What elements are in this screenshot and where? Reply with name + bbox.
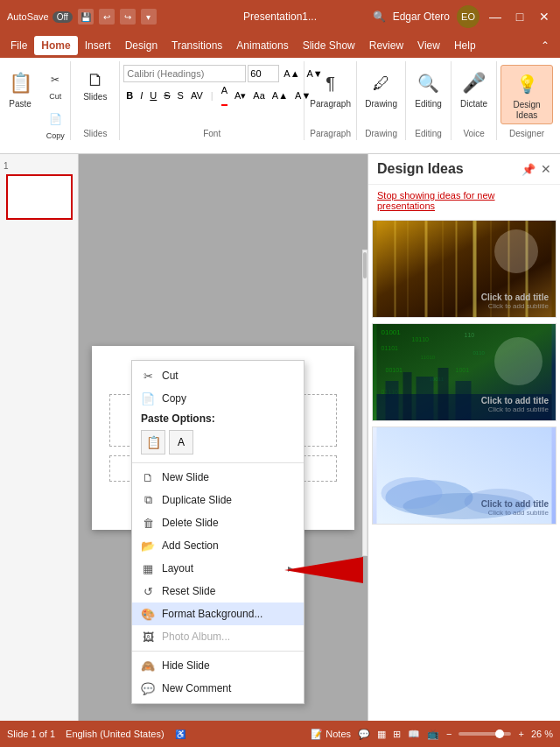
design-panel-pin[interactable]: 📌 [522, 163, 536, 176]
zoom-percent[interactable]: 26 % [531, 729, 553, 739]
zoom-minus[interactable]: − [446, 729, 452, 739]
bold-btn[interactable]: B [123, 89, 136, 102]
view-slide-btn[interactable]: ⊞ [393, 729, 401, 740]
filename-label: Presentation1... [189, 11, 371, 23]
design-card-2[interactable]: 01001 10110 01101 11010 00101 10011 0111… [372, 323, 556, 421]
reset-icon: ↺ [141, 584, 155, 598]
status-left: Slide 1 of 1 English (United States) ♿ [7, 729, 186, 739]
view-normal-btn[interactable]: ▦ [377, 729, 386, 740]
shadow-btn[interactable]: S [175, 89, 186, 102]
context-format-background[interactable]: 🎨 Format Background... [132, 603, 304, 625]
font-label: Font [203, 129, 220, 140]
drawing-button[interactable]: 🖊 Drawing [361, 65, 401, 111]
dictate-button[interactable]: 🎤 Dictate [457, 65, 492, 111]
design-panel-scrollbar[interactable] [362, 250, 368, 556]
fontcolor-btn[interactable]: A [219, 84, 230, 107]
paragraph-button[interactable]: ¶ Paragraph [306, 65, 354, 111]
underline-btn[interactable]: U [147, 89, 159, 102]
svg-rect-2 [395, 221, 396, 317]
redo-icon[interactable]: ↪ [120, 9, 136, 25]
font-size-input[interactable] [248, 65, 279, 82]
context-delete-slide[interactable]: 🗑 Delete Slide [132, 511, 304, 534]
menu-bar: File Home Insert Design Transitions Anim… [0, 33, 560, 58]
context-photo-album[interactable]: 🖼 Photo Album... [132, 625, 304, 648]
autosave-toggle[interactable]: Off [52, 11, 73, 23]
ribbon: 📋 Paste ✂ Cut 📄 Copy 🖌 [0, 58, 560, 154]
arrow-indicator [258, 553, 363, 590]
voice-label: Voice [463, 129, 484, 140]
minimize-button[interactable]: — [486, 8, 504, 25]
menu-animations[interactable]: Animations [229, 36, 295, 55]
close-button[interactable]: ✕ [536, 8, 553, 25]
context-new-slide[interactable]: 🗋 New Slide [132, 466, 304, 489]
slide-thumbnail[interactable] [6, 174, 73, 220]
comments-button[interactable]: 💬 [358, 729, 370, 740]
design-ideas-button[interactable]: 💡 Design Ideas [500, 65, 553, 124]
delete-icon: 🗑 [141, 516, 155, 530]
menu-slideshow[interactable]: Slide Show [296, 36, 362, 55]
ribbon-group-clipboard: 📋 Paste ✂ Cut 📄 Copy 🖌 [4, 61, 71, 140]
menu-view[interactable]: View [410, 36, 447, 55]
menu-insert[interactable]: Insert [78, 36, 118, 55]
paste-button[interactable]: 📋 Paste [3, 65, 38, 111]
editing-button[interactable]: 🔍 Editing [411, 65, 446, 111]
customize-icon[interactable]: ▾ [141, 9, 157, 25]
save-icon[interactable]: 💾 [78, 9, 94, 25]
menu-review[interactable]: Review [362, 36, 410, 55]
design-card-1[interactable]: Click to add title Click to add subtitle [372, 220, 556, 318]
svg-rect-7 [473, 221, 477, 317]
view-presenter-btn[interactable]: 📺 [427, 729, 439, 740]
context-new-comment[interactable]: 💬 New Comment [132, 677, 304, 700]
font-name-row: A▲ A▼ [123, 65, 325, 82]
maximize-button[interactable]: □ [511, 8, 528, 25]
context-duplicate-slide[interactable]: ⧉ Duplicate Slide [132, 489, 304, 511]
view-reading-btn[interactable]: 📖 [408, 729, 420, 740]
menu-help[interactable]: Help [447, 36, 483, 55]
autosave-box: AutoSave Off [7, 11, 73, 23]
accessibility-btn[interactable]: ♿ [175, 729, 186, 739]
design-card-3[interactable]: Click to add title Click to add subtitle [372, 426, 556, 525]
user-avatar[interactable]: EO [457, 5, 480, 28]
menu-design[interactable]: Design [118, 36, 164, 55]
context-hide-slide[interactable]: 🙈 Hide Slide [132, 654, 304, 677]
font-format-row: B I U S S AV | A A▾ Aa A▲ A▼ [123, 84, 313, 107]
paste-option-2[interactable]: A [169, 430, 193, 455]
design-stop-link[interactable]: Stop showing ideas for new presentations [368, 185, 560, 216]
paste-option-1[interactable]: 📋 [141, 430, 165, 455]
design-ideas-list: Click to add title Click to add subtitle [368, 216, 560, 721]
svg-rect-23 [386, 381, 399, 420]
font-name-input[interactable] [123, 65, 246, 82]
autosave-label: AutoSave [7, 11, 49, 22]
italic-btn[interactable]: I [137, 89, 145, 102]
ribbon-collapse-btn[interactable]: ⌃ [534, 36, 556, 55]
layout-icon: ▦ [141, 561, 155, 575]
context-copy[interactable]: 📄 Copy [132, 387, 304, 410]
slide-panel: 1 [0, 154, 79, 721]
menu-transitions[interactable]: Transitions [164, 36, 229, 55]
zoom-slider[interactable] [458, 732, 511, 736]
copy-icon: 📄 [141, 391, 155, 405]
increase-font-btn[interactable]: A▲ [281, 67, 302, 80]
design-panel-close[interactable]: ✕ [541, 162, 551, 176]
search-icon[interactable]: 🔍 [373, 11, 386, 23]
charspace-btn[interactable]: AV [188, 89, 206, 102]
case-btn[interactable]: Aa [250, 89, 267, 102]
paste-options-row: 📋 A [132, 426, 304, 460]
notes-button[interactable]: 📝 Notes [311, 729, 351, 740]
undo-icon[interactable]: ↩ [99, 9, 115, 25]
menu-file[interactable]: File [4, 36, 34, 55]
zoom-plus[interactable]: + [518, 729, 523, 739]
copy-button[interactable]: 📄 Copy [39, 104, 71, 143]
menu-home[interactable]: Home [34, 36, 77, 55]
ribbon-group-drawing: 🖊 Drawing Drawing [357, 61, 406, 140]
strikethrough-btn[interactable]: S [161, 89, 172, 102]
cut-button[interactable]: ✂ Cut [39, 65, 71, 103]
language-label: English (United States) [66, 729, 164, 739]
new-slide-button[interactable]: 🗋 Slides [80, 65, 111, 104]
svg-text:11010: 11010 [421, 355, 436, 360]
ribbon-group-slides: 🗋 Slides Slides [71, 61, 120, 140]
textcolor-btn[interactable]: A▾ [232, 89, 248, 102]
svg-rect-26 [438, 368, 449, 420]
fontsize-large-btn[interactable]: A▲ [270, 89, 290, 102]
context-cut[interactable]: ✂ Cut [132, 364, 304, 387]
